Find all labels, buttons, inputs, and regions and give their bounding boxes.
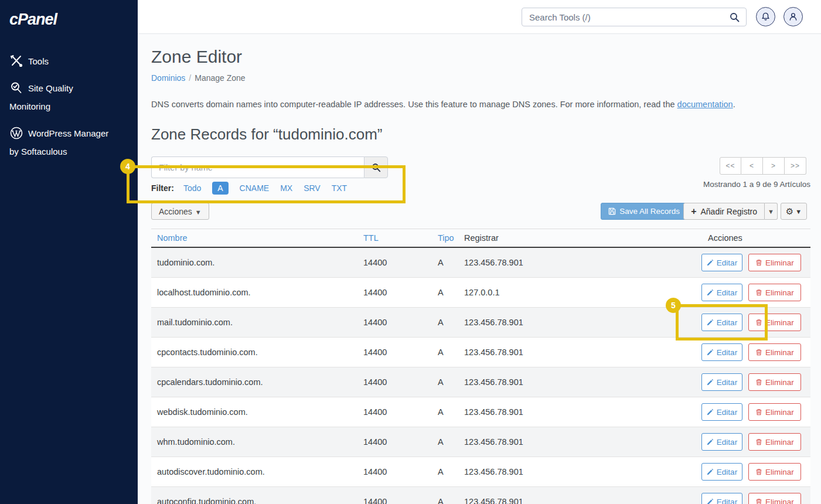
delete-label: Eliminar	[765, 438, 794, 447]
pagination-next-button[interactable]: >	[763, 157, 785, 175]
pencil-icon	[707, 349, 714, 356]
save-all-label: Save All Records	[619, 207, 680, 216]
record-ttl: 14400	[363, 467, 438, 476]
record-ttl: 14400	[363, 258, 438, 267]
delete-button[interactable]: Eliminar	[748, 433, 801, 451]
header-nombre[interactable]: Nombre	[151, 233, 363, 243]
delete-label: Eliminar	[765, 498, 794, 504]
sidebar-item-label: WordPress Manager by Softaculous	[9, 128, 108, 156]
edit-label: Editar	[717, 318, 737, 327]
sidebar-item-tools[interactable]: Tools	[0, 52, 138, 70]
filter-row: Filter: TodoACNAMEMXSRVTXT	[151, 182, 358, 195]
record-type: A	[438, 497, 464, 504]
delete-button[interactable]: Eliminar	[748, 254, 801, 271]
pagination-summary: Mostrando 1 a 9 de 9 Artículos	[703, 180, 810, 189]
edit-button[interactable]: Editar	[701, 254, 742, 271]
edit-button[interactable]: Editar	[701, 343, 742, 361]
chevron-down-icon: ▼	[795, 208, 802, 215]
edit-label: Editar	[717, 498, 737, 504]
bell-icon	[761, 12, 771, 22]
notifications-button[interactable]	[756, 7, 775, 26]
table-row: tudominio.com. 14400 A 123.456.78.901 Ed…	[151, 248, 810, 278]
pencil-icon	[707, 379, 714, 386]
zone-records-heading: Zone Records for “tudominio.com”	[151, 125, 382, 144]
user-menu-button[interactable]	[783, 7, 803, 26]
add-record-button[interactable]: + Añadir Registro	[683, 203, 765, 220]
header-tipo[interactable]: Tipo	[438, 233, 464, 243]
actions-dropdown-button[interactable]: Acciones▼	[151, 203, 209, 220]
record-name: autodiscover.tudominio.com.	[151, 467, 363, 476]
page-title: Zone Editor	[151, 47, 242, 67]
filter-by-name-input[interactable]	[151, 156, 364, 178]
delete-label: Eliminar	[765, 288, 794, 297]
delete-button[interactable]: Eliminar	[748, 314, 801, 331]
filter-option-srv[interactable]: SRV	[304, 183, 321, 193]
delete-label: Eliminar	[765, 408, 794, 417]
record-type: A	[438, 407, 464, 417]
table-body: tudominio.com. 14400 A 123.456.78.901 Ed…	[151, 248, 810, 504]
edit-button[interactable]: Editar	[701, 403, 742, 421]
screen: cPanel Tools Site Quality Monitoring	[0, 0, 821, 504]
add-record-label: Añadir Registro	[701, 207, 758, 216]
save-all-records-button[interactable]: Save All Records	[601, 203, 687, 220]
edit-button[interactable]: Editar	[701, 314, 742, 331]
delete-button[interactable]: Eliminar	[748, 463, 801, 481]
pagination-last-button[interactable]: >>	[785, 157, 806, 175]
table-header: Nombre TTL Tipo Registrar Acciones	[151, 229, 810, 248]
plus-icon: +	[691, 207, 696, 216]
pagination-prev-button[interactable]: <	[741, 157, 763, 175]
pagination-first-button[interactable]: <<	[720, 157, 741, 175]
record-actions: Editar Eliminar	[701, 314, 810, 331]
filter-option-mx[interactable]: MX	[280, 183, 292, 193]
sidebar-item-wordpress-manager[interactable]: WordPress Manager by Softaculous	[0, 124, 138, 161]
filter-options: TodoACNAMEMXSRVTXT	[183, 182, 358, 195]
add-record-button-group: + Añadir Registro ▼	[683, 203, 778, 220]
filter-option-a[interactable]: A	[212, 182, 228, 195]
edit-label: Editar	[717, 468, 737, 476]
search-tools-input[interactable]	[522, 8, 747, 26]
edit-button[interactable]: Editar	[701, 493, 742, 504]
record-type: A	[438, 437, 464, 447]
filter-search-button[interactable]	[364, 156, 388, 178]
record-type: A	[438, 258, 464, 267]
filter-option-txt[interactable]: TXT	[332, 183, 347, 193]
record-value: 123.456.78.901	[464, 258, 701, 267]
edit-label: Editar	[717, 288, 737, 297]
record-type: A	[438, 318, 464, 327]
record-name: cpcalendars.tudominio.com.	[151, 377, 363, 387]
edit-button[interactable]: Editar	[701, 463, 742, 481]
delete-button[interactable]: Eliminar	[748, 493, 801, 504]
settings-dropdown-button[interactable]: ⚙ ▼	[781, 203, 807, 220]
pencil-icon	[707, 319, 714, 326]
documentation-link[interactable]: documentation	[677, 100, 733, 109]
breadcrumb: Dominios/Manage Zone	[151, 73, 246, 83]
record-ttl: 14400	[363, 497, 438, 504]
sidebar: cPanel Tools Site Quality Monitoring	[0, 0, 138, 504]
filter-option-cname[interactable]: CNAME	[240, 183, 270, 193]
sidebar-item-site-quality[interactable]: Site Quality Monitoring	[0, 79, 138, 115]
record-value: 123.456.78.901	[464, 437, 701, 447]
delete-button[interactable]: Eliminar	[748, 343, 801, 361]
edit-button[interactable]: Editar	[701, 284, 742, 301]
breadcrumb-link-dominios[interactable]: Dominios	[151, 73, 185, 83]
record-ttl: 14400	[363, 318, 438, 327]
actions-label: Acciones	[159, 207, 192, 216]
cpanel-logo[interactable]: cPanel	[9, 11, 138, 29]
delete-label: Eliminar	[765, 468, 794, 476]
edit-button[interactable]: Editar	[701, 433, 742, 451]
delete-button[interactable]: Eliminar	[748, 373, 801, 391]
record-actions: Editar Eliminar	[701, 433, 810, 451]
delete-button[interactable]: Eliminar	[748, 403, 801, 421]
add-record-dropdown-button[interactable]: ▼	[765, 203, 778, 220]
filter-label: Filter:	[151, 183, 174, 193]
record-value: 123.456.78.901	[464, 377, 701, 387]
delete-label: Eliminar	[765, 378, 794, 387]
header-ttl[interactable]: TTL	[363, 233, 438, 243]
trash-icon	[755, 468, 762, 475]
filter-option-todo[interactable]: Todo	[183, 183, 201, 193]
record-name: localhost.tudominio.com.	[151, 288, 363, 297]
delete-button[interactable]: Eliminar	[748, 284, 801, 301]
edit-button[interactable]: Editar	[701, 373, 742, 391]
page-description: DNS converts domain names into computer-…	[151, 100, 735, 109]
delete-label: Eliminar	[765, 348, 794, 357]
